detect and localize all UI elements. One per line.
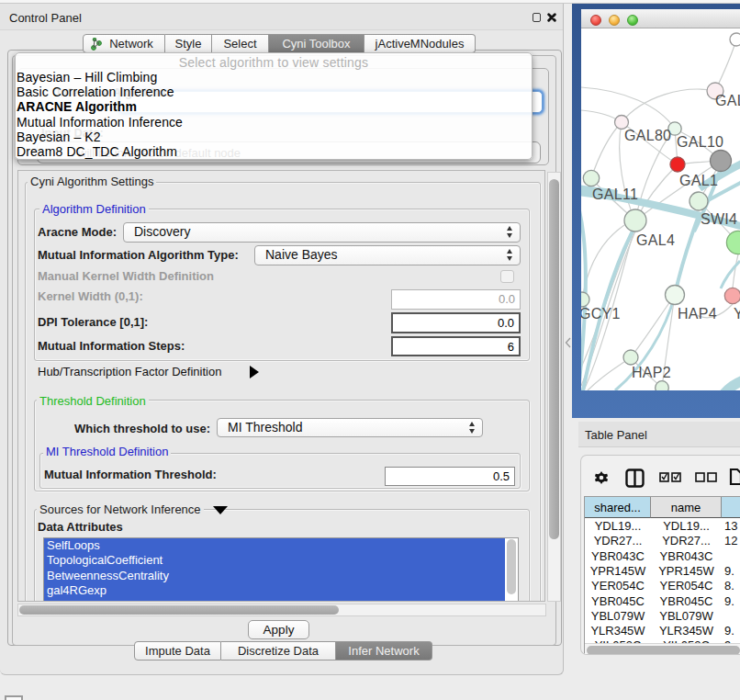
svg-text:GCY1: GCY1 xyxy=(581,306,621,322)
svg-text:GAL2: GAL2 xyxy=(715,93,740,108)
svg-text:GAL10: GAL10 xyxy=(677,134,723,150)
svg-text:GAL80: GAL80 xyxy=(624,128,671,143)
svg-text:HAP4: HAP4 xyxy=(678,306,717,322)
svg-text:HAP2: HAP2 xyxy=(632,365,671,380)
svg-text:Y: Y xyxy=(734,306,740,322)
svg-text:GAL1: GAL1 xyxy=(679,173,718,188)
svg-text:GAL11: GAL11 xyxy=(592,186,638,202)
svg-text:GAL4: GAL4 xyxy=(636,232,675,248)
svg-text:SWI4: SWI4 xyxy=(701,211,737,227)
